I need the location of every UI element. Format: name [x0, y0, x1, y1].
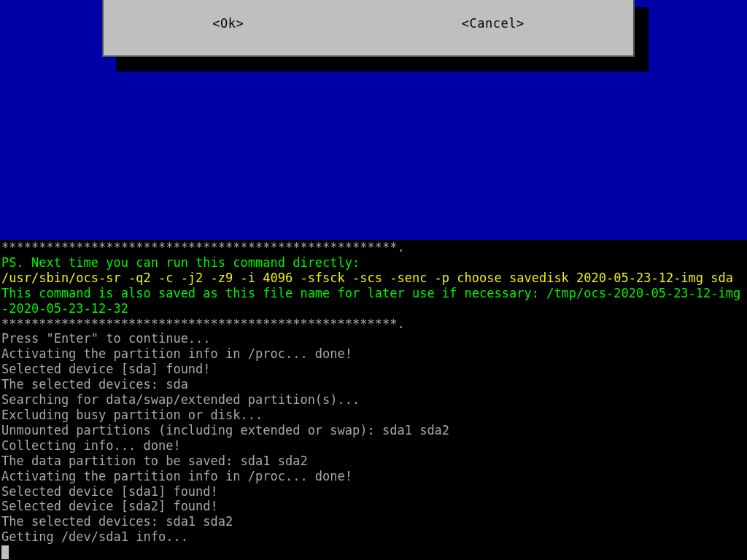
- dialog-backdrop: <Ok> <Cancel>: [0, 0, 747, 240]
- terminal-output: ****************************************…: [0, 240, 747, 560]
- output-line: The selected devices: sda: [1, 377, 188, 392]
- ok-button[interactable]: <Ok>: [212, 16, 244, 31]
- output-line: The selected devices: sda1 sda2: [1, 514, 233, 529]
- output-line: Selected device [sda2] found!: [1, 499, 218, 513]
- output-line: Press "Enter" to continue...: [1, 331, 211, 346]
- dialog-box: <Ok> <Cancel>: [102, 0, 635, 57]
- separator-line: ****************************************…: [1, 316, 405, 331]
- output-line: Activating the partition info in /proc..…: [1, 469, 352, 483]
- output-line: Searching for data/swap/extended partiti…: [1, 392, 360, 407]
- output-line: The data partition to be saved: sda1 sda…: [1, 454, 308, 468]
- output-line: Selected device [sda] found!: [1, 362, 211, 376]
- output-line: Getting /dev/sda1 info...: [1, 529, 188, 544]
- cancel-button[interactable]: <Cancel>: [462, 16, 525, 31]
- output-line: Unmounted partitions (including extended…: [1, 423, 449, 438]
- hint-line: PS. Next time you can run this command d…: [1, 255, 360, 270]
- separator-line: ****************************************…: [1, 240, 405, 254]
- output-line: Excluding busy partition or disk...: [1, 408, 263, 422]
- output-line: Activating the partition info in /proc..…: [1, 346, 352, 361]
- command-line: /usr/sbin/ocs-sr -q2 -c -j2 -z9 -i 4096 …: [1, 271, 733, 285]
- cursor: [1, 545, 9, 559]
- output-line: Selected device [sda1] found!: [1, 484, 218, 499]
- output-line: Collecting info... done!: [1, 438, 181, 453]
- hint-line-2: This command is also saved as this file …: [1, 286, 740, 316]
